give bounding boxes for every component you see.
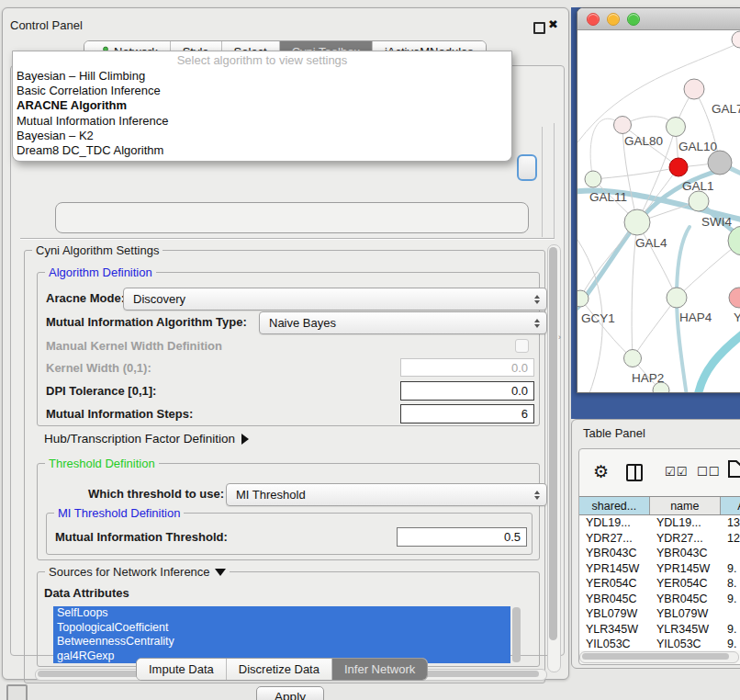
spinner-arrows-icon	[534, 295, 540, 304]
mi-type-combo[interactable]: Naive Bayes	[259, 311, 547, 334]
network-node-hap2[interactable]	[624, 350, 642, 367]
network-window-titlebar[interactable]	[577, 8, 740, 30]
split-view-divider	[634, 466, 636, 480]
sources-collapse-header[interactable]: Sources for Network Inference	[45, 565, 230, 579]
panel-grip-icon[interactable]	[6, 684, 28, 700]
network-edge[interactable]	[580, 299, 633, 358]
network-edge[interactable]	[633, 298, 677, 358]
network-node-y[interactable]	[729, 288, 740, 308]
network-node-gal10[interactable]	[667, 118, 686, 137]
network-node-gal80[interactable]	[614, 117, 632, 134]
table-row[interactable]: YBR045CYBR045C9.	[579, 592, 740, 607]
network-node-gal4[interactable]	[624, 209, 650, 235]
node-label-gal80: GAL80	[624, 134, 663, 148]
table-panel-title: Table Panel	[583, 426, 645, 440]
algorithm-option-mutual-information-inference[interactable]: Mutual Information Inference	[13, 114, 511, 129]
aracne-mode-combo[interactable]: Discovery	[123, 288, 547, 310]
column-header-name[interactable]: name	[650, 497, 721, 514]
network-node-gal11[interactable]	[585, 171, 601, 187]
network-node[interactable]	[708, 151, 732, 175]
kernel-width-input[interactable]	[400, 358, 534, 377]
tab-label: Infer Network	[344, 659, 415, 680]
table-cell: YIL053C	[650, 638, 721, 650]
node-label-gcy1: GCY1	[581, 311, 615, 325]
dropdown-options: Bayesian – Hill ClimbingBasic Correlatio…	[13, 69, 511, 158]
settings-vertical-scrollbar[interactable]	[547, 244, 561, 672]
sources-title: Sources for Network Inference	[49, 565, 210, 579]
close-window-icon[interactable]	[587, 13, 600, 26]
attribute-item-topologicalcoefficient[interactable]: TopologicalCoefficient	[53, 621, 510, 636]
which-threshold-combo[interactable]: MI Threshold	[226, 483, 547, 506]
new-table-icon[interactable]	[728, 460, 740, 478]
network-edge[interactable]	[593, 167, 678, 179]
background-groupbox-line	[554, 123, 555, 239]
table-row[interactable]: YPR145WYPR145W9.	[579, 561, 740, 577]
group-title: Algorithm Definition	[45, 265, 156, 279]
hub-tf-definition-expander[interactable]: Hub/Transcription Factor Definition	[44, 432, 249, 446]
table-header-row: shared...nameA	[579, 496, 740, 515]
checked-columns-icon[interactable]: ☑☑	[665, 465, 688, 479]
network-view-window[interactable]: GAL7GAL80GAL10GAL1GAL11SWI4GAL4GCY1HAP4Y…	[577, 7, 740, 393]
scrollbar-thumb[interactable]	[549, 247, 557, 640]
aracne-mode-value: Discovery	[133, 292, 185, 306]
table-cell: YBR045C	[579, 593, 650, 605]
float-panel-icon[interactable]	[533, 22, 545, 34]
table-row[interactable]: YLR345WYLR345W9.	[579, 622, 740, 638]
node-label-swi4: SWI4	[701, 215, 732, 229]
attribute-item-selfloops[interactable]: SelfLoops	[53, 606, 510, 621]
table-cell: YBL079W	[579, 607, 650, 620]
algorithm-option-bayesian-k2[interactable]: Bayesian – K2	[13, 129, 511, 143]
table-row[interactable]: YIL053CYIL053C9.	[579, 637, 740, 650]
mi-threshold-input[interactable]	[397, 527, 527, 547]
mi-steps-input[interactable]	[400, 404, 534, 423]
focused-combo-spinner-fragment	[517, 154, 537, 181]
close-panel-icon[interactable]: ✖	[548, 17, 558, 31]
algorithm-option-dream8-dc-tdc-algorithm[interactable]: Dream8 DC_TDC Algorithm	[13, 143, 511, 158]
manual-kernel-checkbox[interactable]	[515, 339, 529, 353]
unchecked-columns-icon[interactable]: ☐☐	[697, 465, 720, 479]
table-row[interactable]: YER054CYER054C8.	[579, 576, 740, 592]
attribute-item-betweennesscentrality[interactable]: BetweennessCentrality	[53, 635, 510, 649]
table-cell: YDL19...	[579, 516, 650, 529]
network-edge[interactable]	[698, 330, 740, 392]
table-row[interactable]: YDL19...YDL19...13	[579, 515, 740, 531]
network-graph-canvas[interactable]: GAL7GAL80GAL10GAL1GAL11SWI4GAL4GCY1HAP4Y…	[577, 30, 740, 392]
table-cell: YLR345W	[650, 623, 721, 636]
split-view-icon[interactable]	[626, 464, 643, 481]
network-node-hap4[interactable]	[667, 288, 687, 308]
dpi-tolerance-input[interactable]	[400, 381, 534, 401]
tab-infer-network[interactable]: Infer Network	[332, 659, 427, 680]
application-root: Control Panel ✖ NetworkStyleSelectCyni T…	[0, 0, 740, 700]
network-edge[interactable]	[577, 41, 740, 142]
network-node-gal1[interactable]	[669, 158, 688, 176]
table-row[interactable]: YBR043CYBR043C	[579, 546, 740, 561]
column-header-shared-[interactable]: shared...	[579, 497, 650, 514]
algorithm-option-basic-correlation-inference[interactable]: Basic Correlation Inference	[13, 84, 511, 98]
attributes-list-scrollbar[interactable]	[512, 607, 521, 662]
apply-button[interactable]: Apply	[256, 686, 324, 700]
table-cell: 13	[721, 516, 740, 529]
table-horizontal-scrollbar[interactable]	[579, 651, 739, 663]
network-node-swi4[interactable]	[689, 191, 709, 211]
kernel-width-label: Kernel Width (0,1):	[46, 361, 151, 375]
algorithm-option-bayesian-hill-climbing[interactable]: Bayesian – Hill Climbing	[13, 69, 511, 84]
table-row[interactable]: YBL079WYBL079W	[579, 606, 740, 622]
minimize-window-icon[interactable]	[607, 13, 620, 26]
panel-resize-handle-icon[interactable]: ›	[558, 333, 561, 342]
network-node-gal7[interactable]	[684, 79, 704, 99]
data-attributes-list: SelfLoopsTopologicalCoefficientBetweenne…	[53, 606, 510, 663]
group-title: Threshold Definition	[45, 457, 159, 470]
table-row[interactable]: YDR27...YDR27...12	[579, 531, 740, 547]
tab-discretize-data[interactable]: Discretize Data	[227, 659, 332, 680]
scrollbar-thumb[interactable]	[582, 653, 729, 660]
gear-icon[interactable]: ⚙	[593, 461, 609, 482]
cyni-bottom-tabs: Impute DataDiscretize DataInfer Network	[136, 658, 428, 681]
network-edge[interactable]	[677, 227, 690, 392]
tab-impute-data[interactable]: Impute Data	[137, 659, 227, 680]
zoom-window-icon[interactable]	[627, 13, 640, 26]
column-header-a[interactable]: A	[721, 497, 740, 514]
algorithm-option-aracne-algorithm[interactable]: ARACNE Algorithm	[13, 98, 511, 113]
spinner-arrows-icon	[534, 319, 540, 328]
tab-label: Discretize Data	[239, 659, 320, 680]
mi-threshold-label: Mutual Information Threshold:	[55, 530, 228, 544]
